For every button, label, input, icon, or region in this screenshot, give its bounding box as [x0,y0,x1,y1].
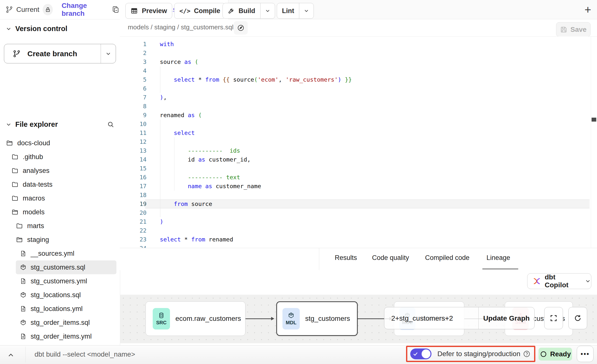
search-icon[interactable] [107,121,114,128]
defer-annotation-box: Defer to staging/production [406,346,535,362]
refresh-button[interactable] [568,307,587,329]
lineage-selector[interactable]: 2+stg_customers+2 Update Graph [384,307,535,329]
line-number: 15 [120,164,147,173]
code-line-9: 9renamed as ( [120,111,597,120]
tree-item-stg-order-items-yml[interactable]: stg_order_items.yml [16,329,116,343]
tree-item-stg-customers-yml[interactable]: stg_customers.yml [16,274,116,288]
code-text: ---------- text [160,173,240,182]
tree-item-stg-customers-sql[interactable]: stg_customers.sql [16,260,116,274]
defer-toggle[interactable] [410,348,431,359]
compile-button[interactable]: </> Compile [174,3,225,19]
code-line-22: 22 [120,226,597,235]
tree-item-data-tests[interactable]: data-tests [7,178,116,191]
line-number: 24 [120,244,147,248]
line-number: 23 [120,235,147,244]
lint-button[interactable]: Lint [277,3,314,19]
indent-guide [160,84,160,93]
tree-item-stg-order-items-sql[interactable]: stg_order_items.sql [16,316,116,329]
line-number: 7 [120,93,147,102]
file-icon [20,278,27,285]
change-branch-link[interactable]: Change branch [62,2,106,18]
tree-item-macros[interactable]: macros [7,191,116,205]
dbt-copilot-button[interactable]: dbt Copilot [527,273,591,289]
tree-item-analyses[interactable]: analyses [7,164,116,178]
copy-icon[interactable] [112,5,120,14]
line-number: 22 [120,226,147,235]
folder-open-icon [16,236,23,243]
tab-code-quality[interactable]: Code quality [372,254,409,262]
line-number: 12 [120,137,147,146]
help-icon[interactable] [523,350,531,358]
code-line-10: 10 [120,120,597,128]
line-number: 8 [120,102,147,111]
code-line-15: 15 [120,164,597,173]
tree-item-models[interactable]: models [7,205,116,219]
model-health-button[interactable] [234,21,248,35]
tab-lineage[interactable]: Lineage [486,254,510,262]
code-line-4: 4 [120,66,597,75]
model-badge: MDL [282,308,300,329]
tree-item--sources-yml[interactable]: __sources.yml [16,247,116,260]
line-number: 17 [120,182,147,191]
file-explorer-section-header[interactable]: File explorer [5,120,114,128]
new-tab-button[interactable]: + [580,2,596,17]
indent-guide [160,120,160,128]
preview-button[interactable]: Preview [125,3,172,19]
code-line-18: 18 [120,191,597,200]
lint-dropdown[interactable] [299,3,314,18]
file-icon [20,333,27,340]
tree-item-stg-locations-yml[interactable]: stg_locations.yml [16,302,116,316]
update-graph-button[interactable]: Update Graph [479,314,534,322]
tree-item-docs-cloud[interactable]: docs-cloud [2,136,116,150]
code-text: ), [160,93,167,102]
tree-item-label: data-tests [23,181,53,188]
line-number: 1 [120,40,147,49]
code-line-24: 24 [120,244,597,248]
command-input[interactable]: dbt build --select <model_name> [35,350,135,358]
selector-input[interactable]: 2+stg_customers+2 [391,314,478,322]
lineage-node-stg-customers[interactable]: MDL stg_customers [276,301,358,336]
tab-results[interactable]: Results [335,254,357,262]
tab-compiled-code[interactable]: Compiled code [425,254,469,262]
create-branch-button[interactable]: Create branch [4,44,116,63]
chevron-down-icon [5,26,12,32]
code-text: renamed as ( [160,111,202,120]
code-line-2: 2 [120,49,597,57]
fullscreen-button[interactable] [544,307,563,329]
code-lines: 1with23source as (45 select * from {{ so… [120,40,597,248]
tree-item-label: docs-cloud [17,139,50,147]
code-line-5: 5 select * from {{ source('ecom', 'raw_c… [120,75,597,84]
code-line-19: 19 from source [120,200,597,208]
collapse-panel-button[interactable] [7,351,15,359]
folder-icon [11,153,19,161]
build-dropdown[interactable] [260,3,275,18]
tree-item-label: stg_locations.yml [31,305,83,313]
lineage-node-ecom-raw-customers[interactable]: SRC ecom.raw_customers [146,301,245,336]
tree-item-marts[interactable]: marts [12,219,116,233]
lock-icon [45,6,51,13]
version-control-section-header[interactable]: Version control [5,25,67,33]
more-options-button[interactable]: ••• [577,346,594,362]
status-badge-ready[interactable]: Ready [539,348,572,361]
editor-scrollbar-thumb[interactable] [592,118,596,122]
lineage-canvas[interactable]: MDL customers SEM customers SRC ecom.raw… [120,295,597,343]
tree-item--github[interactable]: .github [7,150,116,164]
tree-item-label: __sources.yml [31,250,74,257]
code-editor[interactable]: 1with23source as (45 select * from {{ so… [120,36,597,248]
floppy-disk-icon [560,26,567,33]
save-button[interactable]: Save [556,22,591,37]
indent-guide [174,164,174,173]
tree-item-label: models [23,208,45,216]
indent-guide [160,137,160,146]
model-icon [20,319,27,326]
code-text: id as customer_id, [160,155,251,164]
indent-guide [174,137,174,146]
code-text: select [160,128,195,137]
build-button[interactable]: Build [223,3,275,19]
code-line-20: 20 [120,208,597,217]
folder-icon [11,195,19,202]
tree-item-stg-locations-sql[interactable]: stg_locations.sql [16,288,116,302]
table-icon [131,7,138,15]
tree-item-staging[interactable]: staging [12,233,116,247]
create-branch-dropdown[interactable] [101,44,116,63]
